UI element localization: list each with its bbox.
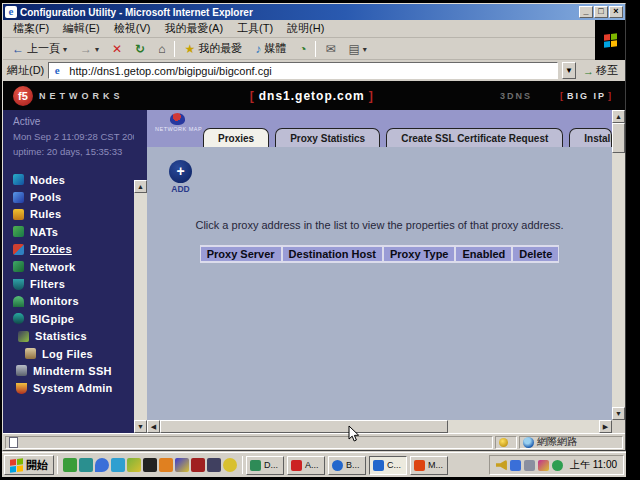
- mail-icon: [325, 43, 335, 55]
- quicklaunch-icon[interactable]: [175, 458, 189, 472]
- quicklaunch-icon[interactable]: [79, 458, 93, 472]
- system-datetime: Mon Sep 2 11:09:28 CST 2002: [13, 131, 134, 142]
- mail-button[interactable]: [319, 40, 341, 58]
- add-proxy-button[interactable]: ADD: [169, 160, 192, 194]
- forward-dropdown-icon[interactable]: [95, 42, 99, 56]
- sidebar-item-proxies[interactable]: Proxies: [13, 241, 134, 258]
- tab-proxy-statistics[interactable]: Proxy Statistics: [275, 128, 380, 147]
- address-bar: 網址(D) http://dns1.getop.com/bigipgui/big…: [3, 60, 625, 81]
- menu-view[interactable]: 檢視(V): [108, 19, 157, 38]
- scrollbar-corner: [612, 420, 625, 433]
- monitors-icon: [13, 296, 24, 307]
- task-window-button[interactable]: D...: [246, 456, 284, 475]
- sidebar-item-monitors[interactable]: Monitors: [13, 293, 134, 310]
- address-input[interactable]: http://dns1.getop.com/bigipgui/bigconf.c…: [48, 62, 558, 79]
- network-map-button[interactable]: NETWORK MAP: [155, 113, 199, 132]
- vertical-scrollbar[interactable]: ▲ ▼: [612, 110, 625, 433]
- task-window-button[interactable]: B...: [328, 456, 366, 475]
- scroll-up-icon[interactable]: ▲: [134, 180, 147, 193]
- print-dropdown-icon[interactable]: [363, 42, 367, 56]
- sidebar-item-network[interactable]: Network: [13, 258, 134, 275]
- tab-create-ssl-certificate-request[interactable]: Create SSL Certificate Request: [386, 128, 563, 147]
- sidebar-item-filters[interactable]: Filters: [13, 275, 134, 292]
- stop-button[interactable]: [106, 40, 128, 58]
- link-bigip[interactable]: [BIG IP]: [558, 91, 615, 101]
- home-button[interactable]: [152, 40, 171, 58]
- task-window-button[interactable]: A...: [287, 456, 325, 475]
- menu-tools[interactable]: 工具(T): [231, 19, 279, 38]
- go-button[interactable]: 移至: [580, 63, 621, 78]
- sidebar-item-nodes[interactable]: Nodes: [13, 171, 134, 188]
- scroll-down-icon[interactable]: ▼: [612, 407, 625, 420]
- sidebar-item-system-admin[interactable]: System Admin: [16, 380, 134, 397]
- link-3dns[interactable]: 3DNS: [500, 91, 532, 101]
- sidebar-item-mindterm-ssh[interactable]: Mindterm SSH: [16, 362, 134, 379]
- proxies-icon: [13, 244, 24, 255]
- horizontal-scrollbar[interactable]: ◀ ▶: [147, 420, 612, 433]
- quicklaunch-icon[interactable]: [111, 458, 125, 472]
- back-dropdown-icon[interactable]: [63, 42, 67, 56]
- menu-file[interactable]: 檔案(F): [7, 19, 55, 38]
- menu-help[interactable]: 說明(H): [281, 19, 330, 38]
- forward-button[interactable]: [74, 39, 105, 59]
- toolbar-separator: [315, 41, 316, 57]
- menu-favorites[interactable]: 我的最愛(A): [158, 19, 229, 38]
- scroll-up-icon[interactable]: ▲: [612, 110, 625, 123]
- quicklaunch-icon[interactable]: [63, 458, 77, 472]
- back-button[interactable]: 上一頁: [6, 38, 73, 59]
- address-url: http://dns1.getop.com/bigipgui/bigconf.c…: [69, 65, 271, 77]
- mindterm-ssh-icon: [16, 365, 27, 376]
- sidebar-item-bigpipe[interactable]: BIGpipe: [13, 310, 134, 327]
- vertical-scroll-thumb[interactable]: [612, 123, 625, 153]
- print-button[interactable]: [342, 39, 372, 59]
- task-window-button[interactable]: M...: [410, 456, 448, 475]
- sidebar-item-nats[interactable]: NATs: [13, 223, 134, 240]
- maximize-button[interactable]: □: [594, 6, 608, 18]
- favorites-button[interactable]: 我的最愛: [178, 38, 248, 59]
- scroll-right-icon[interactable]: ▶: [599, 420, 612, 433]
- tray-icon[interactable]: [524, 460, 535, 471]
- quicklaunch-icon[interactable]: [223, 458, 237, 472]
- tab-install-ssl-certificate[interactable]: Install SSL Certif: [569, 128, 612, 147]
- close-button[interactable]: ×: [609, 6, 623, 18]
- quicklaunch-icon[interactable]: [95, 458, 109, 472]
- history-button[interactable]: [293, 40, 312, 58]
- tab-proxies[interactable]: Proxies: [203, 128, 269, 147]
- column-proxy-server: Proxy Server: [200, 245, 282, 263]
- globe-icon: [523, 437, 534, 448]
- status-pane: [495, 436, 517, 449]
- tray-icon[interactable]: [538, 460, 549, 471]
- menu-edit[interactable]: 編輯(E): [57, 19, 106, 38]
- task-window-button-active[interactable]: C...: [369, 456, 407, 475]
- network-map-icon: [170, 113, 185, 125]
- address-dropdown-icon[interactable]: ▼: [562, 62, 576, 79]
- sidebar-item-statistics[interactable]: Statistics: [18, 328, 134, 345]
- media-button[interactable]: 媒體: [249, 38, 292, 59]
- scroll-down-icon[interactable]: ▼: [134, 420, 147, 433]
- sidebar-item-log-files[interactable]: Log Files: [25, 345, 134, 362]
- quicklaunch-icon[interactable]: [207, 458, 221, 472]
- tray-icon[interactable]: [552, 460, 563, 471]
- sidebar-item-rules[interactable]: Rules: [13, 206, 134, 223]
- quicklaunch-icon[interactable]: [191, 458, 205, 472]
- start-button[interactable]: 開始: [4, 455, 54, 475]
- minimize-button[interactable]: _: [579, 6, 593, 18]
- taskbar-divider: [242, 456, 243, 474]
- sidebar-scroll-track[interactable]: [134, 180, 147, 433]
- scroll-left-icon[interactable]: ◀: [147, 420, 160, 433]
- instruction-text: Click a proxy address in the list to vie…: [147, 219, 612, 231]
- sidebar-item-pools[interactable]: Pools: [13, 188, 134, 205]
- document-icon: [9, 437, 18, 448]
- volume-icon[interactable]: [496, 460, 507, 471]
- tray-icon[interactable]: [510, 460, 521, 471]
- sidebar-scrollbar[interactable]: ▲ ▼: [134, 110, 147, 433]
- quicklaunch-icon[interactable]: [127, 458, 141, 472]
- column-destination-host: Destination Host: [282, 245, 383, 263]
- quicklaunch-icon[interactable]: [159, 458, 173, 472]
- quicklaunch-icon[interactable]: [143, 458, 157, 472]
- window-title: Configuration Utility - Microsoft Intern…: [20, 7, 578, 18]
- unit-status: Active: [13, 116, 134, 127]
- refresh-button[interactable]: [129, 40, 151, 58]
- app-icon: [250, 460, 261, 471]
- horizontal-scroll-thumb[interactable]: [160, 420, 448, 433]
